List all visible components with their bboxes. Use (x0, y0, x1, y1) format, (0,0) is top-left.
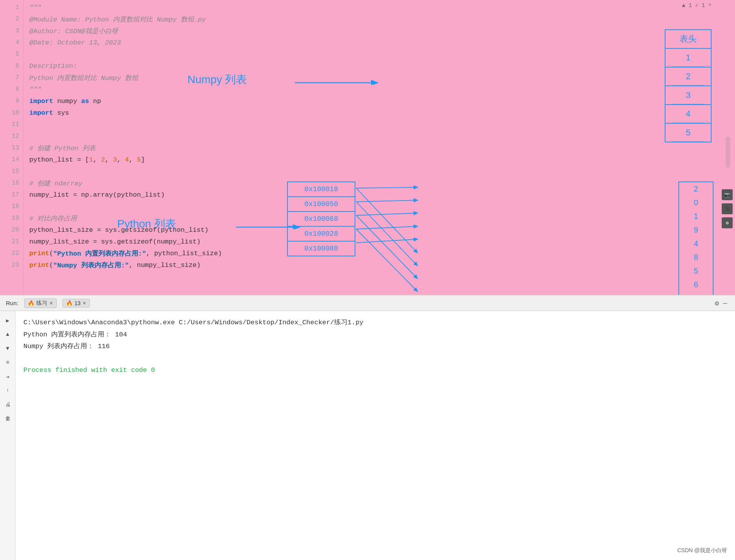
header-box-title: 表头 (665, 30, 711, 49)
line-numbers: 1 2 3 4 5 6 7 8 9 10 11 12 13 14 15 16 1… (0, 0, 23, 295)
line-num-21: 21 (0, 236, 23, 247)
console-path-line: C:\Users\Windows\Anaconda3\pythonw.exe C… (23, 317, 727, 329)
code-area[interactable]: """ @Module Name: Python 内置数组对比 Numpy 数组… (23, 0, 735, 295)
console-exit-line: Process finished with exit code 0 (23, 364, 727, 377)
addr-item-3: 0x100068 (288, 212, 355, 227)
line-num-15: 15 (0, 165, 23, 177)
header-box-item-2: 2 (665, 68, 711, 86)
line-num-2: 2 (0, 13, 23, 25)
tab-exercise-close[interactable]: ✕ (49, 300, 53, 306)
code-line-9: import numpy as np (23, 95, 735, 107)
tab-exercise-icon: 🔥 (28, 300, 34, 306)
code-line-8: """ (23, 84, 735, 95)
code-line-22: print("Python 内置列表内存占用:", python_list_si… (23, 247, 735, 259)
numpy-arrow-icon (293, 77, 379, 85)
line-num-13: 13 (0, 142, 23, 154)
header-box-item-3: 3 (665, 86, 711, 105)
values-item-2: 2 (679, 182, 713, 196)
line-num-17: 17 (0, 189, 23, 201)
console-area: Run: 🔥 练习 ✕ 🔥 13 ✕ ⚙ — ▶ ▲ ▼ ≡ ⇥ ↑ 🖨 🗑 C… (0, 295, 735, 560)
tab-13[interactable]: 🔥 13 ✕ (62, 299, 90, 308)
editor-area: ▲ 1 ✓ 1 ^ 1 2 3 4 5 6 7 8 9 10 11 12 13 … (0, 0, 735, 295)
code-line-21: numpy_list_size = sys.getsizeof(numpy_li… (23, 236, 735, 247)
camera-icon[interactable]: 📷 (722, 189, 733, 200)
tab-13-icon: 🔥 (66, 300, 73, 306)
tab-13-close[interactable]: ✕ (82, 300, 86, 306)
console-header: Run: 🔥 练习 ✕ 🔥 13 ✕ ⚙ — (0, 295, 735, 311)
console-output-2: Numpy 列表内存占用： 116 (23, 341, 727, 353)
line-num-19: 19 (0, 212, 23, 224)
line-num-1: 1 (0, 2, 23, 13)
code-line-16: # 创建 ndarray (23, 177, 735, 189)
line-num-7: 7 (0, 72, 23, 84)
code-line-10: import sys (23, 107, 735, 119)
code-line-12 (23, 130, 735, 142)
line-num-6: 6 (0, 60, 23, 72)
code-line-14: python_list = [1, 2, 3, 4, 5] (23, 154, 735, 165)
values-item-0: 0 (679, 196, 713, 210)
values-item-4: 4 (679, 237, 713, 251)
print-button[interactable]: 🖨 (2, 399, 13, 410)
line-num-11: 11 (0, 119, 23, 130)
console-blank (23, 353, 727, 365)
code-line-23: print("Numpy 列表内存占用:", numpy_list_size) (23, 259, 735, 271)
header-box-item-1: 1 (665, 49, 711, 68)
arrow-up-alt-button[interactable]: ↑ (2, 385, 13, 396)
run-label: Run: (6, 300, 18, 306)
code-line-4: @Date: October 13, 2023 (23, 37, 735, 48)
delete-button[interactable]: 🗑 (2, 413, 13, 424)
code-line-3: @Author: CSDN@我是小白呀 (23, 25, 735, 37)
line-num-18: 18 (0, 201, 23, 212)
minus-icon[interactable]: — (723, 299, 727, 307)
console-output-1: Python 内置列表内存占用： 104 (23, 329, 727, 341)
list-view-button[interactable]: ≡ (2, 357, 13, 368)
addr-item-2: 0x100050 (288, 197, 355, 212)
up-arrow-button[interactable]: ▲ (2, 329, 13, 340)
line-num-22: 22 (0, 247, 23, 259)
addr-item-5: 0x100080 (288, 242, 355, 256)
line-num-20: 20 (0, 224, 23, 236)
header-box-item-4: 4 (665, 105, 711, 124)
line-num-14: 14 (0, 154, 23, 165)
line-num-12: 12 (0, 130, 23, 142)
play-button[interactable]: ▶ (2, 315, 13, 326)
indent-button[interactable]: ⇥ (2, 371, 13, 382)
addr-item-4: 0x100028 (288, 227, 355, 242)
line-num-5: 5 (0, 48, 23, 60)
tab-exercise-label: 练习 (36, 300, 47, 307)
addr-item-1: 0x100018 (288, 182, 355, 197)
settings-icon[interactable]: ⚙ (722, 217, 733, 228)
code-line-13: # 创建 Python 列表 (23, 142, 735, 154)
down-arrow-button[interactable]: ▼ (2, 343, 13, 354)
code-line-2: @Module Name: Python 内置数组对比 Numpy 数组.py (23, 13, 735, 25)
values-item-6: 6 (679, 278, 713, 292)
values-item-9: 9 (679, 223, 713, 237)
line-num-3: 3 (0, 25, 23, 37)
values-box: 2 0 1 9 4 8 5 6 3 (678, 181, 714, 295)
editor-scrollbar[interactable] (726, 137, 730, 168)
code-line-11 (23, 119, 735, 130)
line-num-9: 9 (0, 95, 23, 107)
values-item-1: 1 (679, 210, 713, 223)
header-box-item-5: 5 (665, 124, 711, 142)
code-line-18 (23, 201, 735, 212)
python-label: Python 列表 (117, 217, 176, 231)
numpy-label: Numpy 列表 (187, 72, 247, 87)
line-num-8: 8 (0, 84, 23, 95)
watermark: CSDN @我是小白呀 (677, 547, 727, 554)
gear-icon[interactable]: ⚙ (715, 299, 719, 308)
tab-exercise[interactable]: 🔥 练习 ✕ (24, 299, 57, 308)
tab-13-label: 13 (75, 300, 81, 306)
addr-box: 0x100018 0x100050 0x100068 0x100028 0x10… (287, 181, 355, 256)
header-annotation-box: 表头 1 2 3 4 5 (665, 29, 712, 142)
video-icon[interactable]: 🎥 (722, 203, 733, 214)
code-line-6: Description: (23, 60, 735, 72)
console-content: C:\Users\Windows\Anaconda3\pythonw.exe C… (16, 311, 735, 560)
values-item-5: 5 (679, 264, 713, 278)
editor-right-toolbar: 📷 🎥 ⚙ (719, 187, 735, 234)
code-line-17: numpy_list = np.array(python_list) (23, 189, 735, 201)
line-num-10: 10 (0, 107, 23, 119)
code-line-5 (23, 48, 735, 60)
console-toolbar: ⚙ — (715, 295, 727, 311)
code-line-1: """ (23, 2, 735, 13)
